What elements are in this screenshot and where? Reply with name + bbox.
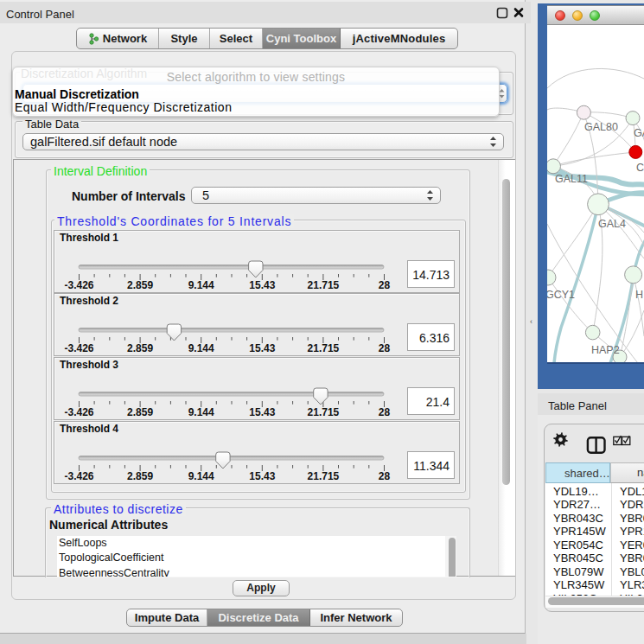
svg-text:GAL4: GAL4 (598, 218, 626, 230)
svg-text:28: 28 (379, 279, 391, 291)
svg-text:9.144: 9.144 (188, 406, 214, 418)
svg-text:H: H (635, 289, 643, 301)
svg-text:15.43: 15.43 (249, 342, 275, 354)
svg-text:-3.426: -3.426 (64, 342, 93, 354)
svg-text:15.43: 15.43 (249, 470, 275, 482)
svg-text:15.43: 15.43 (249, 279, 275, 291)
svg-text:21.715: 21.715 (308, 342, 340, 354)
svg-text:-3.426: -3.426 (64, 406, 93, 418)
svg-text:GA: GA (634, 127, 644, 139)
svg-text:2.859: 2.859 (127, 406, 153, 418)
svg-text:21.715: 21.715 (308, 279, 340, 291)
svg-text:-3.426: -3.426 (64, 470, 93, 482)
svg-text:GCY1: GCY1 (547, 289, 575, 301)
svg-text:2.859: 2.859 (127, 279, 153, 291)
svg-text:21.715: 21.715 (308, 470, 340, 482)
svg-text:9.144: 9.144 (188, 470, 214, 482)
svg-text:9.144: 9.144 (188, 279, 214, 291)
svg-text:2.859: 2.859 (127, 470, 153, 482)
svg-text:-3.426: -3.426 (64, 279, 93, 291)
svg-text:9.144: 9.144 (188, 342, 214, 354)
svg-text:GAL11: GAL11 (555, 173, 588, 185)
svg-text:2.859: 2.859 (127, 342, 153, 354)
svg-text:28: 28 (379, 470, 391, 482)
svg-text:21.715: 21.715 (308, 406, 340, 418)
svg-text:28: 28 (379, 406, 391, 418)
svg-text:15.43: 15.43 (249, 406, 275, 418)
svg-text:C: C (636, 162, 644, 174)
svg-text:HAP2: HAP2 (591, 344, 620, 356)
svg-text:GAL80: GAL80 (584, 121, 618, 133)
svg-text:28: 28 (379, 342, 391, 354)
